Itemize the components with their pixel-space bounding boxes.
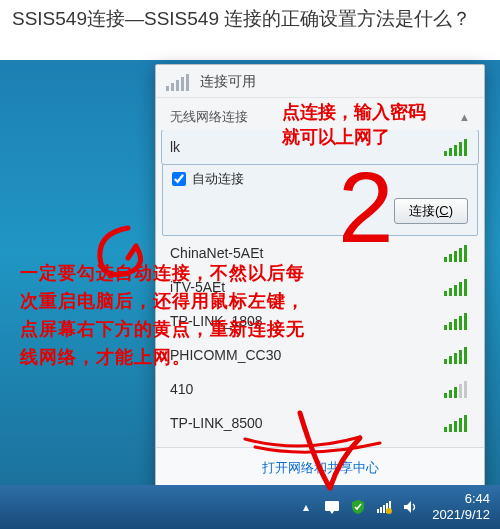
chevron-up-icon: ▲ (459, 111, 470, 123)
network-item[interactable]: PHICOMM_CC30 (156, 338, 484, 372)
svg-rect-1 (377, 509, 379, 513)
signal-strength-icon (444, 278, 470, 296)
network-ssid: 410 (170, 381, 193, 397)
volume-icon[interactable] (402, 499, 418, 515)
tray-chevron-icon[interactable]: ▴ (298, 499, 314, 515)
wifi-popup: 连接可用 无线网络连接 ▲ lk 自动连接 连接(C) ChinaNet-5AE… (155, 64, 485, 489)
svg-rect-2 (380, 507, 382, 513)
network-tray-icon[interactable] (376, 499, 392, 515)
network-ssid: TP-LINK_1808 (170, 313, 263, 329)
wireless-section-label: 无线网络连接 (170, 108, 248, 126)
signal-strength-icon (444, 414, 470, 432)
shield-icon[interactable] (350, 499, 366, 515)
popup-header: 连接可用 (156, 65, 484, 97)
network-list: lk 自动连接 连接(C) ChinaNet-5AEt iTV-5AEt TP-… (156, 130, 484, 447)
network-item-selected[interactable]: lk (162, 130, 478, 164)
signal-strength-icon (444, 138, 470, 156)
clock-date: 2021/9/12 (432, 507, 490, 523)
page-title: SSIS549连接—SSIS549 连接的正确设置方法是什么？ (12, 6, 492, 32)
auto-connect-row[interactable]: 自动连接 (172, 170, 468, 188)
open-network-center-link[interactable]: 打开网络和共享中心 (156, 447, 484, 488)
network-ssid: iTV-5AEt (170, 279, 225, 295)
signal-strength-icon (444, 346, 470, 364)
auto-connect-checkbox[interactable] (172, 172, 186, 186)
network-item[interactable]: 410 (156, 372, 484, 406)
svg-rect-3 (383, 505, 385, 513)
network-ssid: lk (170, 139, 180, 155)
auto-connect-label: 自动连接 (192, 170, 244, 188)
system-tray[interactable]: ▴ (298, 499, 418, 515)
connect-button[interactable]: 连接(C) (394, 198, 468, 224)
network-item[interactable]: TP-LINK_1808 (156, 304, 484, 338)
signal-strength-icon (444, 380, 470, 398)
network-item[interactable]: ChinaNet-5AEt (156, 236, 484, 270)
action-center-icon[interactable] (324, 499, 340, 515)
network-item[interactable]: iTV-5AEt (156, 270, 484, 304)
network-item[interactable]: TP-LINK_8500 (156, 406, 484, 440)
signal-strength-icon (444, 312, 470, 330)
clock-time: 6:44 (432, 491, 490, 507)
network-ssid: PHICOMM_CC30 (170, 347, 281, 363)
svg-rect-0 (325, 501, 339, 511)
signal-strength-icon (444, 244, 470, 262)
wireless-section-header[interactable]: 无线网络连接 ▲ (156, 97, 484, 130)
network-ssid: ChinaNet-5AEt (170, 245, 263, 261)
taskbar: ▴ 6:44 2021/9/12 (0, 485, 500, 529)
network-ssid: TP-LINK_8500 (170, 415, 263, 431)
svg-point-6 (386, 508, 392, 514)
signal-icon (166, 73, 190, 91)
network-expanded-panel: 自动连接 连接(C) (162, 164, 478, 236)
popup-header-text: 连接可用 (200, 73, 256, 91)
taskbar-clock[interactable]: 6:44 2021/9/12 (432, 491, 490, 524)
